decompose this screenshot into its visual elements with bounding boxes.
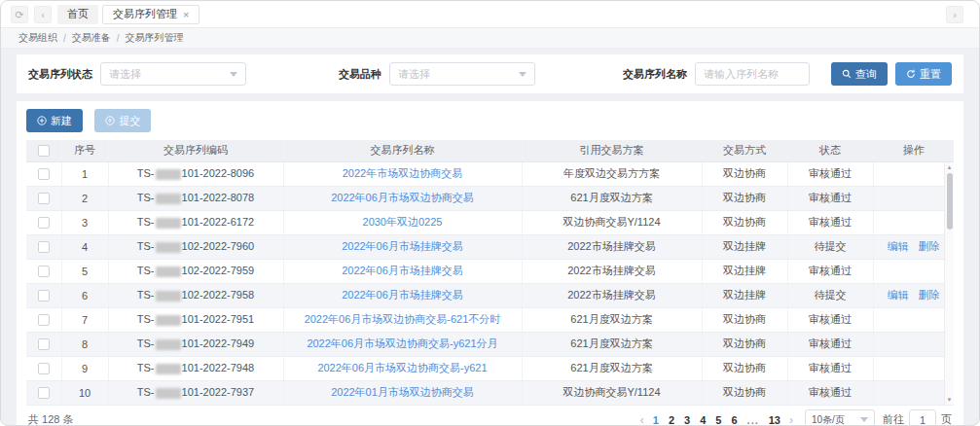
scroll-up-icon[interactable]: ▲ bbox=[947, 162, 953, 172]
status-select[interactable]: 请选择 bbox=[100, 62, 246, 86]
tab-home[interactable]: 首页 bbox=[57, 5, 98, 24]
table-row[interactable]: 9 TS-101-2022-7948 2022年06月市场双边协商交易-y621… bbox=[26, 356, 954, 380]
row-checkbox[interactable] bbox=[38, 290, 50, 302]
sequence-name-link[interactable]: 2022年06月市场双边协商交易-y621 bbox=[317, 362, 487, 373]
breadcrumb-separator: / bbox=[117, 33, 120, 44]
reset-button[interactable]: 重置 bbox=[895, 62, 952, 86]
sequence-name-link[interactable]: 2022年市场双边协商交易 bbox=[343, 167, 462, 179]
new-button-label: 新建 bbox=[51, 114, 72, 128]
scroll-down-icon[interactable]: ▼ bbox=[947, 395, 953, 405]
redacted-segment bbox=[156, 291, 181, 302]
row-checkbox[interactable] bbox=[38, 363, 50, 374]
referenced-plan: 2022市场挂牌交易 bbox=[522, 234, 702, 259]
row-checkbox-cell bbox=[26, 234, 61, 259]
header-plan: 引用交易方案 bbox=[522, 140, 702, 161]
status-text: 审核通过 bbox=[787, 380, 873, 405]
page-number[interactable]: 5 bbox=[715, 414, 721, 426]
row-actions: 编辑删除 bbox=[873, 283, 954, 307]
table-row[interactable]: 5 TS-102-2022-7959 2022年06月市场挂牌交易 2022市场… bbox=[26, 259, 954, 283]
breadcrumb-item[interactable]: 交易组织 bbox=[18, 31, 57, 45]
row-checkbox[interactable] bbox=[38, 193, 50, 204]
sequence-name-input[interactable]: 请输入序列名称 bbox=[695, 62, 810, 86]
status-text: 审核通过 bbox=[787, 356, 873, 380]
sequence-name-link[interactable]: 2022年06月市场双边协商交易 bbox=[331, 192, 474, 203]
sequence-table: 序号 交易序列编码 交易序列名称 引用交易方案 交易方式 状态 操作 1 TS-… bbox=[26, 140, 954, 406]
table-row[interactable]: 4 TS-102-2022-7960 2022年06月市场挂牌交易 2022市场… bbox=[26, 234, 954, 259]
page-number[interactable]: 13 bbox=[769, 414, 780, 426]
referenced-plan: 2022市场挂牌交易 bbox=[522, 283, 702, 307]
table-row[interactable]: 7 TS-101-2022-7951 2022年06月市场双边协商交易-621不… bbox=[26, 307, 954, 332]
delete-link[interactable]: 删除 bbox=[919, 289, 940, 301]
select-all-checkbox[interactable] bbox=[38, 145, 50, 157]
table-row[interactable]: 2 TS-101-2022-8078 2022年06月市场双边协商交易 621月… bbox=[26, 186, 954, 210]
refresh-icon[interactable]: ⟳ bbox=[11, 6, 28, 23]
chevron-down-icon bbox=[860, 417, 868, 422]
table-row[interactable]: 3 TS-101-2022-6172 2030年双边0225 双边协商交易Y/1… bbox=[26, 210, 954, 234]
status-text: 审核通过 bbox=[787, 161, 873, 186]
total-count: 共 128 条 bbox=[28, 412, 73, 426]
table-header-row: 序号 交易序列编码 交易序列名称 引用交易方案 交易方式 状态 操作 bbox=[26, 140, 954, 161]
row-number: 10 bbox=[61, 380, 108, 405]
next-page-icon[interactable]: › bbox=[789, 413, 793, 426]
table-row[interactable]: 8 TS-101-2022-7949 2022年06月市场双边协商交易-y621… bbox=[26, 332, 954, 356]
edit-link[interactable]: 编辑 bbox=[888, 289, 909, 301]
header-name: 交易序列名称 bbox=[283, 140, 522, 161]
close-icon[interactable]: × bbox=[183, 9, 189, 20]
new-button[interactable]: 新建 bbox=[26, 109, 83, 132]
prev-page-icon[interactable]: ‹ bbox=[640, 413, 644, 426]
redacted-segment bbox=[156, 266, 181, 277]
page-number[interactable]: 2 bbox=[669, 414, 674, 426]
name-input-placeholder: 请输入序列名称 bbox=[704, 67, 779, 82]
page-number[interactable]: 1 bbox=[653, 414, 659, 426]
row-checkbox[interactable] bbox=[38, 168, 50, 180]
page-number[interactable]: 3 bbox=[684, 414, 690, 426]
back-icon[interactable]: ‹ bbox=[34, 6, 52, 23]
table-row[interactable]: 10 TS-101-2022-7937 2022年01月市场双边协商交易 双边协… bbox=[26, 380, 954, 405]
chevron-down-icon bbox=[519, 72, 526, 77]
app-window: ⟳ ‹ 首页 交易序列管理 × › 交易组织 / 交易准备 / 交易序列管理 交… bbox=[0, 0, 980, 426]
status-text: 待提交 bbox=[787, 234, 873, 259]
row-checkbox-cell bbox=[26, 332, 61, 356]
row-checkbox[interactable] bbox=[38, 217, 50, 229]
sequence-code: TS-101-2022-8078 bbox=[108, 186, 283, 210]
sequence-code: TS-102-2022-7960 bbox=[108, 234, 283, 259]
breadcrumb-item[interactable]: 交易准备 bbox=[72, 31, 111, 45]
sequence-name-link[interactable]: 2022年06月市场双边协商交易-y621分月 bbox=[307, 337, 497, 349]
page-number[interactable]: 6 bbox=[731, 414, 737, 426]
sequence-name-link[interactable]: 2030年双边0225 bbox=[363, 216, 443, 228]
sequence-name-link[interactable]: 2022年06月市场双边协商交易-621不分时 bbox=[305, 313, 501, 325]
delete-link[interactable]: 删除 bbox=[919, 240, 940, 252]
goto-page-input[interactable]: 1 bbox=[909, 409, 936, 426]
page-number[interactable]: 4 bbox=[700, 414, 706, 426]
vertical-scrollbar[interactable]: ▲ ▼ bbox=[944, 162, 954, 405]
sequence-name-link[interactable]: 2022年06月市场挂牌交易 bbox=[342, 265, 463, 276]
row-checkbox[interactable] bbox=[38, 314, 50, 326]
sequence-name-link[interactable]: 2022年01月市场双边协商交易 bbox=[331, 386, 474, 398]
edit-link[interactable]: 编辑 bbox=[888, 240, 909, 252]
referenced-plan: 2022市场挂牌交易 bbox=[522, 259, 702, 283]
tab-scroll-right-icon[interactable]: › bbox=[946, 6, 963, 23]
row-checkbox-cell bbox=[26, 210, 61, 234]
trade-mode: 双边协商 bbox=[702, 210, 787, 234]
row-checkbox-cell bbox=[26, 186, 61, 210]
query-button[interactable]: 查询 bbox=[831, 62, 888, 86]
row-checkbox[interactable] bbox=[38, 338, 50, 350]
row-checkbox[interactable] bbox=[38, 266, 50, 277]
sequence-name-link[interactable]: 2022年06月市场挂牌交易 bbox=[342, 240, 463, 252]
row-checkbox[interactable] bbox=[38, 387, 50, 399]
trade-mode: 双边协商 bbox=[702, 356, 787, 380]
submit-button[interactable]: 提交 bbox=[94, 109, 151, 132]
scrollbar-thumb[interactable] bbox=[947, 173, 953, 230]
row-actions bbox=[873, 161, 954, 186]
page-size-select[interactable]: 10条/页 bbox=[805, 409, 875, 426]
status-text: 审核通过 bbox=[787, 332, 873, 356]
table-row[interactable]: 1 TS-101-2022-8096 2022年市场双边协商交易 年度双边交易方… bbox=[26, 161, 954, 186]
referenced-plan: 年度双边交易方方案 bbox=[522, 161, 702, 186]
sequence-name-link[interactable]: 2022年06月市场挂牌交易 bbox=[342, 289, 463, 301]
row-checkbox[interactable] bbox=[38, 241, 50, 253]
sequence-code: TS-101-2022-8096 bbox=[108, 161, 283, 186]
table-row[interactable]: 6 TS-102-2022-7958 2022年06月市场挂牌交易 2022市场… bbox=[26, 283, 954, 307]
tab-sequence-management[interactable]: 交易序列管理 × bbox=[102, 5, 200, 24]
variety-select[interactable]: 请选择 bbox=[389, 62, 535, 86]
sequence-code: TS-102-2022-7959 bbox=[108, 259, 283, 283]
